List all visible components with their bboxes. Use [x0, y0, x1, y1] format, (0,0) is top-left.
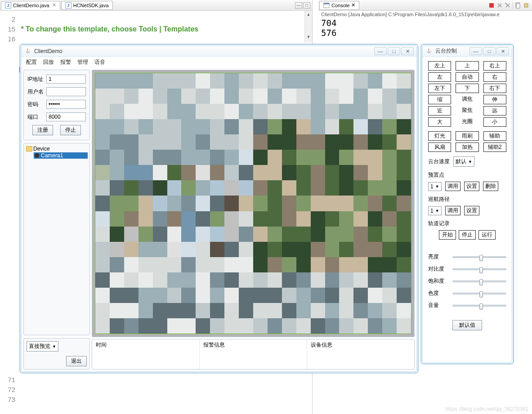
- user-input[interactable]: [46, 87, 86, 96]
- tab-label: ClientDemo.java: [13, 3, 49, 8]
- track-run[interactable]: 运行: [478, 230, 496, 240]
- exit-button[interactable]: 退出: [66, 356, 87, 366]
- speed-select[interactable]: 默认 ▼: [453, 156, 474, 167]
- ptz-direction-grid: 左上 上 右上 左 自动 右 左下 下 右下 缩 调焦 伸 近 聚焦 远 大 光…: [428, 61, 506, 127]
- menu-alarm[interactable]: 报警: [60, 58, 71, 66]
- ptz-d[interactable]: 下: [456, 84, 478, 93]
- ptz-light[interactable]: 灯光: [428, 131, 451, 141]
- ptz-dl[interactable]: 左下: [428, 84, 451, 93]
- ptz-big[interactable]: 大: [428, 117, 451, 127]
- info-alarm: 报警信息: [200, 339, 307, 369]
- track-stop[interactable]: 停止: [459, 230, 476, 240]
- titlebar[interactable]: ClientDemo — □ ✕: [22, 46, 416, 57]
- ptz-l[interactable]: 左: [428, 72, 451, 82]
- ptz-aux2[interactable]: 辅助2: [483, 142, 506, 152]
- ptz-zoomout[interactable]: 伸: [483, 95, 506, 104]
- close-button[interactable]: ✕: [401, 47, 414, 55]
- maximize-icon[interactable]: □: [303, 2, 310, 9]
- cruise-set[interactable]: 设置: [464, 206, 479, 215]
- preset-call[interactable]: 调用: [445, 182, 460, 191]
- preset-select[interactable]: 1▼: [428, 182, 442, 191]
- ptz-far[interactable]: 远: [483, 106, 506, 116]
- tree-root[interactable]: Device: [26, 145, 88, 152]
- cruise-select[interactable]: 1▼: [428, 206, 442, 215]
- preview-select[interactable]: 直接预览 ▼: [27, 341, 58, 352]
- tab-hcnetsdk[interactable]: J HCNetSDK.java: [61, 1, 113, 10]
- close-icon[interactable]: ✕: [351, 2, 355, 8]
- window-title: ClientDemo: [34, 48, 63, 54]
- info-time: 时间: [92, 339, 200, 369]
- vertical-scrollbar[interactable]: ▲ ▼: [304, 11, 312, 42]
- pin-icon[interactable]: [523, 2, 529, 9]
- login-panel: IP地址 用户名 密码 端口: [23, 70, 90, 140]
- chevron-down-icon: ▼: [468, 160, 472, 164]
- cruise-call[interactable]: 调用: [445, 206, 460, 215]
- console-output[interactable]: 704 576: [318, 18, 532, 38]
- ptz-dr[interactable]: 右下: [483, 84, 506, 93]
- ptz-wiper[interactable]: 雨刷: [456, 131, 478, 141]
- preset-del[interactable]: 删除: [483, 182, 498, 191]
- editor-window-controls: — □: [295, 2, 312, 9]
- ptz-zoomin[interactable]: 缩: [428, 95, 451, 104]
- stop-icon[interactable]: [488, 2, 495, 9]
- ptz-near[interactable]: 近: [428, 106, 451, 116]
- ptz-auto[interactable]: 自动: [456, 72, 478, 82]
- java-icon: [425, 48, 433, 55]
- menu-voice[interactable]: 语音: [94, 58, 105, 66]
- info-device: 设备信息: [307, 339, 414, 369]
- pwd-label: 密码: [27, 101, 45, 108]
- scroll-down-icon[interactable]: ▼: [305, 33, 312, 40]
- preview-panel: 直接预览 ▼ 退出: [23, 338, 90, 369]
- register-button[interactable]: 注册: [32, 125, 53, 135]
- titlebar[interactable]: 云台控制 — □ ✕: [423, 46, 512, 57]
- maximize-button[interactable]: □: [388, 47, 400, 55]
- preset-set[interactable]: 设置: [464, 182, 479, 191]
- saturation-slider[interactable]: [452, 280, 506, 282]
- menu-playback[interactable]: 回放: [43, 58, 54, 66]
- ptz-ur[interactable]: 右上: [483, 61, 506, 71]
- ptz-u[interactable]: 上: [456, 61, 478, 71]
- ptz-small[interactable]: 小: [483, 117, 506, 127]
- brightness-slider[interactable]: [452, 256, 506, 258]
- close-button[interactable]: ✕: [496, 47, 509, 55]
- ptz-fan[interactable]: 风扇: [428, 142, 451, 152]
- info-panel: 时间 报警信息 设备信息: [92, 339, 415, 369]
- svg-rect-1: [324, 3, 329, 4]
- minimize-button[interactable]: —: [469, 47, 482, 55]
- ptz-r[interactable]: 右: [483, 72, 506, 82]
- close-icon[interactable]: ✕: [52, 2, 56, 8]
- console-tab-bar: Console ✕: [318, 0, 532, 11]
- ptz-window: 云台控制 — □ ✕ 左上 上 右上 左 自动 右 左下 下 右下 缩 调焦 伸: [421, 44, 514, 364]
- device-tree[interactable]: Device Camera1: [23, 143, 90, 335]
- pwd-input[interactable]: [46, 100, 86, 109]
- ptz-heat[interactable]: 加热: [456, 142, 478, 152]
- tab-console[interactable]: Console ✕: [319, 1, 359, 10]
- ptz-ul[interactable]: 左上: [428, 61, 451, 71]
- hue-slider[interactable]: [452, 293, 506, 294]
- volume-slider[interactable]: [452, 305, 506, 307]
- clear-icon[interactable]: [515, 2, 521, 9]
- video-panel[interactable]: [92, 70, 415, 337]
- jujiao-label: 聚焦: [456, 106, 478, 116]
- speed-row: 云台速度 默认 ▼: [428, 156, 506, 167]
- minimize-button[interactable]: —: [374, 47, 387, 55]
- port-input[interactable]: [46, 112, 86, 121]
- port-label: 端口: [27, 113, 45, 121]
- track-start[interactable]: 开始: [439, 230, 456, 240]
- contrast-slider[interactable]: [452, 268, 506, 270]
- svg-rect-5: [524, 4, 528, 7]
- ptz-aux1[interactable]: 辅助: [483, 131, 506, 141]
- remove-all-icon[interactable]: [496, 2, 503, 9]
- minimize-icon[interactable]: —: [295, 2, 302, 9]
- maximize-button[interactable]: □: [483, 47, 496, 55]
- stop-button[interactable]: 停止: [60, 125, 81, 135]
- default-button[interactable]: 默认值: [452, 320, 482, 330]
- remove-launch-icon[interactable]: [505, 2, 511, 9]
- camera-icon: [35, 153, 39, 158]
- tree-camera1[interactable]: Camera1: [34, 152, 88, 159]
- menu-config[interactable]: 配置: [26, 58, 37, 66]
- ip-input[interactable]: [46, 75, 86, 84]
- tab-clientdemo[interactable]: J ClientDemo.java ✕: [1, 1, 60, 10]
- scroll-up-icon[interactable]: ▲: [305, 11, 312, 18]
- menu-manage[interactable]: 管理: [77, 58, 88, 66]
